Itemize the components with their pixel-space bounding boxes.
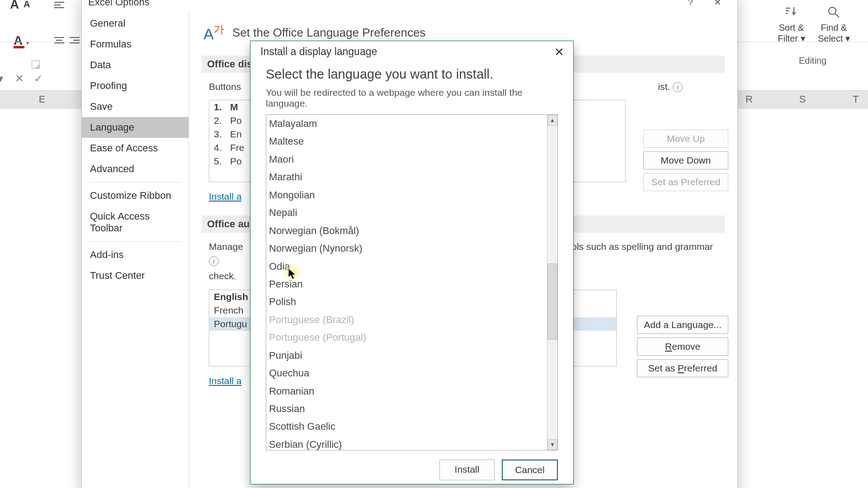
authoring-buttons-stack: Add a Language... Remove Set as Preferre… <box>637 316 728 377</box>
language-list-viewport: MalayalamMalteseMaoriMarathiMongolianNep… <box>266 115 547 450</box>
col-s[interactable]: S <box>791 94 814 105</box>
cancel-formula-icon[interactable]: ✕ <box>10 72 29 85</box>
language-item[interactable]: Persian <box>266 275 547 293</box>
editing-group: Sort & Filter ▾ Find & Select ▾ Editing <box>771 5 854 57</box>
svg-text:가: 가 <box>213 23 224 35</box>
language-header-title: Set the Office Language Preferences <box>232 26 425 40</box>
sidebar-item-addins[interactable]: Add-ins <box>82 244 189 265</box>
col-r[interactable]: R <box>738 94 760 105</box>
sidebar-item-trust[interactable]: Trust Center <box>82 265 189 286</box>
font-color-swatch <box>14 46 24 48</box>
language-item[interactable]: Norwegian (Bokmål) <box>266 222 547 239</box>
svg-text:A: A <box>203 25 214 42</box>
language-item[interactable]: Punjabi <box>266 347 547 364</box>
sidebar-item-proofing[interactable]: Proofing <box>82 75 189 96</box>
language-item[interactable]: Mongolian <box>266 186 547 204</box>
increase-font-icon[interactable]: A <box>10 0 19 12</box>
language-item[interactable]: Scottish Gaelic <box>266 418 547 435</box>
options-close-button[interactable]: ✕ <box>704 0 731 8</box>
scroll-down-icon[interactable]: ▼ <box>547 439 557 450</box>
display-buttons-stack: Move Up Move Down Set as Preferred <box>643 130 728 191</box>
language-item[interactable]: Marathi <box>266 168 547 186</box>
find-select-icon <box>816 5 852 20</box>
language-item[interactable]: Maori <box>266 150 547 168</box>
sidebar-item-qat[interactable]: Quick Access Toolbar <box>82 206 189 239</box>
language-item[interactable]: Serbian (Cyrillic) <box>266 436 547 450</box>
set-preferred-button[interactable]: Set as Preferred <box>643 173 728 191</box>
install-proofing-link[interactable]: Install a <box>209 375 241 386</box>
language-item[interactable]: Maltese <box>266 132 547 150</box>
move-down-button[interactable]: Move Down <box>643 151 728 169</box>
sidebar-item-language[interactable]: Language <box>82 117 189 138</box>
find-select-button[interactable]: Find & Select ▾ <box>816 5 852 44</box>
language-item: Portuguese (Brazil) <box>266 311 547 328</box>
sidebar-item-data[interactable]: Data <box>82 55 189 75</box>
language-item[interactable]: Quechua <box>266 364 547 382</box>
scrollbar[interactable]: ▲ ▼ <box>547 115 557 450</box>
language-item[interactable]: Polish <box>266 293 547 310</box>
excel-options-title: Excel Options <box>88 0 150 8</box>
cancel-button[interactable]: Cancel <box>502 460 558 480</box>
sidebar-item-customize-ribbon[interactable]: Customize Ribbon <box>82 185 189 206</box>
options-help-button[interactable]: ? <box>677 0 704 8</box>
language-item[interactable]: Norwegian (Nynorsk) <box>266 239 547 257</box>
install-dialog-title: Install a display language <box>260 46 377 58</box>
options-sidebar: General Formulas Data Proofing Save Lang… <box>82 11 189 488</box>
remove-language-button[interactable]: Remove <box>637 338 728 356</box>
sidebar-item-ease[interactable]: Ease of Access <box>82 138 189 159</box>
install-button[interactable]: Install <box>439 460 495 480</box>
sidebar-separator <box>89 241 181 242</box>
install-dialog-subtext: You will be redirected to a webpage wher… <box>266 87 558 109</box>
decrease-font-icon[interactable]: A <box>24 0 30 9</box>
info-icon[interactable]: i <box>673 82 683 92</box>
sidebar-separator <box>89 182 181 183</box>
language-item[interactable]: Nepali <box>266 204 547 221</box>
close-icon[interactable]: ✕ <box>552 46 567 58</box>
find-select-label: Find & Select ▾ <box>818 23 850 43</box>
set-preferred-button-2[interactable]: Set as Preferred <box>637 359 728 377</box>
sidebar-item-formulas[interactable]: Formulas <box>82 34 189 55</box>
align-left-icon[interactable] <box>53 1 65 12</box>
install-display-language-link[interactable]: Install a <box>209 191 241 202</box>
language-item: Portuguese (Portugal) <box>266 328 547 346</box>
language-listbox[interactable]: MalayalamMalteseMaoriMarathiMongolianNep… <box>266 114 558 450</box>
formula-dropdown-icon[interactable]: ▾ <box>0 72 10 85</box>
info-icon[interactable]: i <box>209 256 219 266</box>
section-authoring-label: Office au <box>207 218 250 230</box>
scroll-thumb[interactable] <box>547 263 557 340</box>
sort-filter-label: Sort & Filter ▾ <box>778 23 805 43</box>
language-item[interactable]: Russian <box>266 400 547 418</box>
chevron-down-icon[interactable]: ▾ <box>26 40 29 46</box>
sidebar-item-general[interactable]: General <box>82 13 189 34</box>
language-item[interactable]: Odia <box>266 258 547 275</box>
install-dialog-titlebar: Install a display language ✕ <box>250 41 573 62</box>
add-language-button[interactable]: Add a Language... <box>637 316 728 334</box>
language-item[interactable]: Malayalam <box>266 115 547 132</box>
language-item[interactable]: Romanian <box>266 382 547 400</box>
editing-group-label: Editing <box>771 56 854 66</box>
sidebar-item-advanced[interactable]: Advanced <box>82 159 189 179</box>
sidebar-item-save[interactable]: Save <box>82 96 189 117</box>
move-up-button[interactable]: Move Up <box>643 130 728 148</box>
sort-filter-button[interactable]: Sort & Filter ▾ <box>774 5 810 44</box>
scroll-up-icon[interactable]: ▲ <box>547 115 557 126</box>
install-dialog-heading: Select the language you want to install. <box>266 67 558 82</box>
svg-point-9 <box>829 7 836 14</box>
col-e[interactable]: E <box>31 94 53 105</box>
col-t[interactable]: T <box>844 94 867 105</box>
sort-filter-icon <box>774 5 810 20</box>
install-language-dialog: Install a display language ✕ Select the … <box>250 41 574 484</box>
formula-bar: ▾ ✕ ✓ <box>0 67 81 90</box>
language-header-icon: A 가 <box>202 21 224 44</box>
excel-options-titlebar: Excel Options ? ✕ <box>82 0 737 11</box>
confirm-formula-icon[interactable]: ✓ <box>29 72 48 85</box>
svg-line-10 <box>835 14 839 17</box>
install-dialog-footer: Install Cancel <box>250 450 573 488</box>
scroll-track[interactable] <box>547 126 557 439</box>
